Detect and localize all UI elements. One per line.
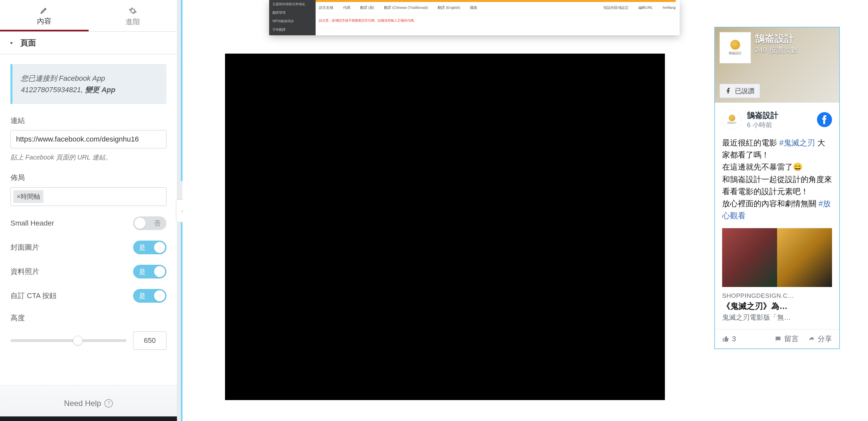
layout-tag-input[interactable]: × 時間軸 [10,187,166,206]
mini-side-item: 主題和外掛程式本地化 [269,0,316,8]
fb-comment-action[interactable]: 留言 [774,334,799,344]
mini-h: 翻譯 (Chinese (Traditional)) [384,5,428,10]
fb-url-input[interactable] [10,130,166,149]
fb-app-info: 您已連接到 Facebook App 412278075934821, 變更 A… [10,64,166,104]
mini-side-item: 字串翻譯 [269,26,316,34]
height-value[interactable]: 650 [133,331,166,350]
avatar-text: 鵠崙設計 [727,121,737,125]
toggle-cta-text: 是 [139,292,146,300]
fb-like-count[interactable]: 3 [722,335,736,343]
small-header-label: Small Header [10,219,54,227]
mini-h: hreflang [662,5,676,9]
fb-post-avatar[interactable]: 鵠崙設計 [722,110,742,129]
share-icon [808,335,815,343]
layout-label: 佈局 [10,173,166,183]
fb-cover: 鵠崙設計 鵠崙設計 249 按讚次數 已說讚 [715,28,839,103]
need-help-text: Need Help [64,399,101,408]
cta-label: 自訂 CTA 按鈕 [10,291,57,301]
toggle-profile[interactable]: 是 [133,265,166,279]
logo-text: 鵠崙設計 [729,51,742,56]
pencil-icon [40,6,49,14]
gear-icon [128,6,137,15]
post-line: 放心裡面的內容和劇情無關 [722,199,818,208]
profile-label: 資料照片 [10,267,39,277]
mini-side-item: 翻譯管理 [269,8,316,17]
tabs: 內容 進階 [0,2,177,31]
panel-body: 您已連接到 Facebook App 412278075934821, 變更 A… [0,54,177,385]
facebook-icon [725,88,732,94]
mini-header-row: 語言名稱 代碼 翻譯 (新) 翻譯 (Chinese (Traditional)… [319,3,676,12]
tab-content[interactable]: 內容 [0,2,89,31]
height-slider-row: 650 [10,331,166,350]
post-line: 和鵠崙設計一起從設計的角度來看看電影的設計元素吧！ [722,175,832,196]
layout-tag-timeline[interactable]: × 時間軸 [13,190,43,203]
accordion-page-label: 頁面 [20,38,36,48]
thumb-up-icon [722,335,729,343]
fb-liked-button[interactable]: 已說讚 [719,84,760,98]
change-app-link[interactable]: 變更 App [85,86,116,94]
bottom-toolbar [0,416,177,421]
mini-warning-note: 請注意：新增語言後不能變更語言代碼。請確保您輸入正確的代碼。 [319,18,417,23]
fb-page-logo[interactable]: 鵠崙設計 [719,32,751,63]
mini-h: 編輯URL [639,5,653,10]
link-label: 連結 [10,116,166,126]
tab-advanced[interactable]: 進階 [89,2,177,31]
tag-text: 時間軸 [21,192,40,201]
tab-content-label: 內容 [37,17,51,26]
help-icon: ? [104,399,113,408]
accordion-page-header[interactable]: ▼ 頁面 [0,31,177,54]
toggle-cta[interactable]: 是 [133,289,166,303]
fb-likes-count: 249 按讚次數 [755,45,798,55]
fb-widget-placeholder [225,54,665,400]
height-label: 高度 [10,313,166,323]
hashtag-link[interactable]: #鬼滅之刃 [779,138,815,147]
toggle-cover-text: 是 [139,243,146,252]
fb-post-header: 鵠崙設計 鵠崙設計 6 小時前 [722,110,832,129]
mini-h: 語言名稱 [319,5,333,10]
tab-advanced-label: 進階 [126,17,140,27]
fb-post-author[interactable]: 鵠崙設計 [747,110,778,121]
fb-card-title[interactable]: 《鬼滅之刃》為… [722,301,832,312]
thumb-left [722,228,777,287]
toggle-knob [154,266,165,277]
fb-like-number: 3 [732,335,736,343]
toggle-small-header-row: Small Header 否 [10,216,166,230]
toggle-profile-text: 是 [139,267,146,276]
post-line: 在這邊就先不暴雷了 [722,162,793,171]
toggle-small-header-text: 否 [154,219,161,228]
preview-canvas: 主題和外掛程式本地化 翻譯管理 WP功能表同步 字串翻譯 語言名稱 代碼 翻譯 … [183,0,868,421]
thumb-right [777,228,832,287]
need-help-link[interactable]: Need Help ? [64,399,113,408]
fb-card-subtitle: 鬼滅之刃電影版「無… [722,313,832,322]
toggle-cover[interactable]: 是 [133,240,166,254]
toggle-knob [154,242,165,253]
facebook-logo-icon[interactable] [817,112,832,127]
fb-share-label: 分享 [818,334,832,344]
fb-share-action[interactable]: 分享 [808,334,832,344]
panel-scrubber[interactable] [177,0,183,421]
fb-post-time[interactable]: 6 小時前 [747,121,778,129]
mini-h: 國旗 [470,5,477,10]
mini-h: 預設的區域設定 [603,5,629,10]
fb-post-actions: 3 留言 分享 [715,329,839,349]
mini-sidebar: 主題和外掛程式本地化 翻譯管理 WP功能表同步 字串翻譯 [269,0,316,35]
fb-post-body: 最近很紅的電影 #鬼滅之刃 大家都看了嗎！ 在這邊就先不暴雷了😄 和鵠崙設計一起… [722,137,832,222]
comment-icon [774,335,782,343]
toggle-small-header[interactable]: 否 [133,216,166,230]
height-slider[interactable] [10,339,127,342]
toggle-cta-row: 自訂 CTA 按鈕 是 [10,289,166,303]
emoji-grin-icon: 😄 [793,162,803,171]
tag-remove-icon[interactable]: × [17,193,21,200]
toggle-cover-row: 封面圖片 是 [10,240,166,254]
preview-content[interactable]: 主題和外掛程式本地化 翻譯管理 WP功能表同步 字串翻譯 語言名稱 代碼 翻譯 … [183,0,868,421]
toggle-profile-row: 資料照片 是 [10,265,166,279]
fb-post-image[interactable] [722,228,832,287]
fb-page-plugin: 鵠崙設計 鵠崙設計 249 按讚次數 已說讚 鵠崙設計 鵠崙設計 [714,27,840,349]
link-helper: 貼上 Facebook 頁面的 URL 連結。 [10,153,166,162]
mini-side-item: WP功能表同步 [269,17,316,26]
mini-h: 翻譯 (English) [438,5,460,10]
slider-thumb[interactable] [73,336,83,346]
fb-page-title[interactable]: 鵠崙設計 [755,32,794,45]
config-screenshot-card: 主題和外掛程式本地化 翻譯管理 WP功能表同步 字串翻譯 語言名稱 代碼 翻譯 … [269,0,680,35]
caret-down-icon: ▼ [9,41,14,44]
